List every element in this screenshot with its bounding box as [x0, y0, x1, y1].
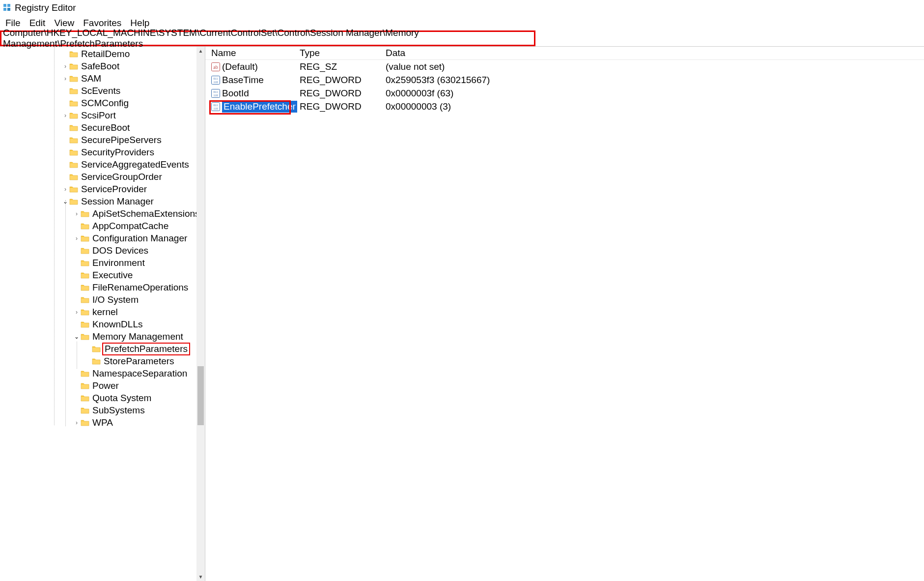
folder-icon — [81, 407, 89, 414]
tree-item[interactable]: ›SAM — [0, 72, 205, 85]
registry-tree[interactable]: RetailDemo›SafeBoot›SAMScEventsSCMConfig… — [0, 47, 205, 581]
tree-item-label: Quota System — [92, 393, 151, 404]
tree-item[interactable]: ServiceGroupOrder — [0, 171, 205, 183]
value-type: REG_SZ — [300, 61, 386, 72]
folder-icon — [69, 87, 78, 94]
tree-item[interactable]: SecurityProviders — [0, 146, 205, 158]
values-header[interactable]: Name Type Data — [205, 47, 924, 60]
folder-icon — [69, 124, 78, 131]
folder-icon — [69, 185, 78, 193]
value-name: (Default) — [222, 61, 258, 72]
tree-item[interactable]: ›kernel — [0, 306, 205, 318]
tree-item-label: Power — [92, 380, 119, 391]
tree-item[interactable]: ›SafeBoot — [0, 60, 205, 72]
tree-item[interactable]: FileRenameOperations — [0, 281, 205, 293]
tree-item[interactable]: SecurePipeServers — [0, 134, 205, 146]
tree-item[interactable]: Executive — [0, 269, 205, 281]
titlebar: Registry Editor — [0, 0, 924, 16]
tree-item[interactable]: ⌄Memory Management — [0, 330, 205, 343]
tree-item-label: kernel — [92, 307, 118, 318]
tree-item[interactable]: KnownDLLs — [0, 318, 205, 330]
tree-item[interactable]: Environment — [0, 257, 205, 269]
tree-pane: RetailDemo›SafeBoot›SAMScEventsSCMConfig… — [0, 47, 205, 581]
tree-item[interactable]: RetailDemo — [0, 48, 205, 60]
value-row[interactable]: (Default)REG_SZ(value not set) — [205, 60, 924, 73]
tree-item[interactable]: SCMConfig — [0, 97, 205, 109]
dword-value-icon — [211, 76, 220, 85]
tree-item[interactable]: Quota System — [0, 392, 205, 404]
chevron-right-icon[interactable]: › — [73, 235, 81, 242]
folder-icon — [92, 345, 101, 352]
folder-icon — [69, 99, 78, 107]
tree-item[interactable]: PrefetchParameters — [0, 343, 205, 355]
folder-icon — [69, 173, 78, 180]
folder-icon — [69, 112, 78, 119]
chevron-right-icon[interactable]: › — [61, 75, 69, 82]
folder-icon — [69, 161, 78, 168]
folder-icon — [92, 357, 101, 365]
tree-item[interactable]: NamespaceSeparation — [0, 367, 205, 379]
tree-item-label: Session Manager — [81, 196, 154, 207]
value-data: 0x00000003 (3) — [386, 101, 924, 112]
value-type: REG_DWORD — [300, 75, 386, 86]
folder-icon — [81, 370, 89, 377]
tree-item[interactable]: ›ScsiPort — [0, 109, 205, 121]
value-row[interactable]: BaseTimeREG_DWORD0x259053f3 (630215667) — [205, 73, 924, 87]
tree-item[interactable]: Power — [0, 379, 205, 392]
tree-item-label: FileRenameOperations — [92, 282, 188, 293]
chevron-right-icon[interactable]: › — [61, 186, 69, 193]
tree-item-label: KnownDLLs — [92, 319, 142, 330]
tree-item[interactable]: ScEvents — [0, 85, 205, 97]
tree-item-label: StoreParameters — [104, 356, 174, 367]
header-type[interactable]: Type — [300, 48, 386, 58]
scroll-down-icon[interactable]: ▼ — [196, 573, 205, 581]
app-icon — [3, 3, 12, 12]
tree-item[interactable]: AppCompatCache — [0, 220, 205, 232]
chevron-down-icon[interactable]: ⌄ — [73, 333, 81, 340]
value-row[interactable]: BootIdREG_DWORD0x0000003f (63) — [205, 87, 924, 100]
tree-item-label: SafeBoot — [81, 61, 119, 72]
tree-item-label: ScEvents — [81, 86, 120, 96]
tree-scrollbar[interactable]: ▲ ▼ — [196, 47, 205, 581]
tree-item-label: Memory Management — [92, 331, 183, 342]
tree-item-label: WPA — [92, 417, 113, 428]
chevron-right-icon[interactable]: › — [73, 210, 81, 217]
value-type: REG_DWORD — [300, 101, 386, 112]
tree-item[interactable]: ›WPA — [0, 416, 205, 429]
scroll-up-icon[interactable]: ▲ — [196, 47, 205, 55]
tree-item[interactable]: ›Configuration Manager — [0, 232, 205, 244]
header-name[interactable]: Name — [211, 48, 300, 58]
tree-item[interactable]: ⌄Session Manager — [0, 195, 205, 207]
tree-item[interactable]: SecureBoot — [0, 121, 205, 134]
tree-item[interactable]: ServiceAggregatedEvents — [0, 158, 205, 171]
tree-item[interactable]: DOS Devices — [0, 244, 205, 257]
folder-icon — [81, 419, 89, 426]
value-row[interactable]: EnablePrefetcherREG_DWORD0x00000003 (3) — [205, 100, 924, 113]
tree-item-label: PrefetchParameters — [102, 343, 190, 355]
chevron-right-icon[interactable]: › — [73, 309, 81, 316]
chevron-right-icon[interactable]: › — [61, 112, 69, 119]
tree-item-label: I/O System — [92, 294, 139, 305]
chevron-right-icon[interactable]: › — [61, 63, 69, 70]
tree-item-label: SAM — [81, 73, 101, 84]
tree-item[interactable]: StoreParameters — [0, 355, 205, 367]
tree-item-label: SCMConfig — [81, 98, 129, 109]
header-data[interactable]: Data — [386, 48, 924, 58]
tree-item[interactable]: I/O System — [0, 293, 205, 306]
chevron-right-icon[interactable]: › — [73, 419, 81, 426]
tree-item-label: ServiceGroupOrder — [81, 172, 162, 182]
tree-item[interactable]: SubSystems — [0, 404, 205, 416]
tree-item-label: NamespaceSeparation — [92, 368, 187, 379]
tree-item[interactable]: ›ServiceProvider — [0, 183, 205, 195]
tree-item-label: ServiceProvider — [81, 184, 147, 195]
scroll-thumb[interactable] — [197, 366, 204, 425]
tree-item-label: Configuration Manager — [92, 233, 187, 244]
address-bar[interactable]: Computer\HKEY_LOCAL_MACHINE\SYSTEM\Curre… — [0, 30, 535, 46]
dword-value-icon — [211, 102, 220, 111]
folder-icon — [69, 198, 78, 205]
folder-icon — [81, 320, 89, 328]
folder-icon — [81, 259, 89, 266]
folder-icon — [69, 50, 78, 58]
tree-item[interactable]: ›ApiSetSchemaExtensions — [0, 207, 205, 220]
tree-item-label: SecureBoot — [81, 122, 130, 133]
